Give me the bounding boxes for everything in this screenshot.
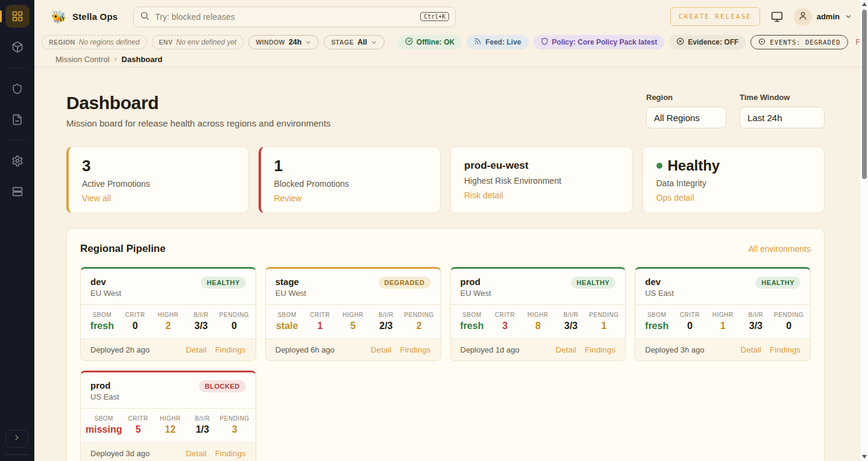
- window-filter-label: WINDOW: [256, 39, 285, 46]
- stat-label: PENDING: [403, 312, 436, 318]
- review-link[interactable]: Review: [274, 193, 302, 203]
- app-title: Stella Ops: [72, 11, 118, 22]
- offline-status-pill[interactable]: Offline: OK: [398, 35, 462, 49]
- view-all-link[interactable]: View all: [82, 193, 111, 203]
- policy-status-pill[interactable]: Policy: Core Policy Pack latest: [533, 35, 665, 49]
- main-area: 🐝 Stella Ops Ctrl+K CREATE RELEASE admin…: [34, 0, 868, 461]
- status-badge: HEALTHY: [755, 277, 800, 289]
- stat-label: CRITR: [122, 415, 154, 422]
- stat-label: HIGHR: [152, 312, 185, 318]
- stat-label: HIGHR: [336, 312, 370, 318]
- avatar: [794, 8, 812, 26]
- sidebar-item-dashboard[interactable]: [5, 5, 30, 28]
- top-bar-actions: CREATE RELEASE admin: [670, 7, 852, 26]
- ops-detail-link[interactable]: Ops detail: [656, 193, 694, 202]
- sidebar-item-security[interactable]: [5, 77, 30, 100]
- stat-value: 1/3: [186, 424, 218, 435]
- window-filter[interactable]: WINDOW 24h: [248, 35, 319, 49]
- global-search[interactable]: Ctrl+K: [133, 7, 456, 27]
- search-input[interactable]: [155, 12, 415, 22]
- detail-link[interactable]: Detail: [186, 449, 207, 458]
- region-select-label: Region: [646, 93, 726, 102]
- detail-link[interactable]: Detail: [371, 345, 392, 354]
- status-badge: BLOCKED: [199, 380, 246, 392]
- time-window-select-value: Last 24h: [747, 113, 782, 123]
- feed-status-pill[interactable]: Feed: Live: [467, 35, 528, 49]
- findings-link[interactable]: Findings: [585, 345, 615, 354]
- stage-filter-value: All: [357, 38, 367, 46]
- pipeline-card: prod EU West HEALTHY SBOM fresh CRIT: [450, 267, 626, 361]
- findings-link[interactable]: Findings: [215, 449, 246, 458]
- stat-label: HIGHR: [521, 312, 555, 318]
- deployed-timestamp: Deployed 3d ago: [90, 449, 149, 458]
- stat-label: B/I/R: [370, 312, 403, 318]
- detail-link[interactable]: Detail: [186, 345, 207, 354]
- scrollbar-thumb[interactable]: [862, 10, 867, 179]
- pipeline-card: dev EU West HEALTHY SBOM fresh CRITR: [80, 267, 256, 361]
- stat-value: 2: [152, 321, 185, 331]
- detail-link[interactable]: Detail: [740, 345, 761, 354]
- pipeline-card-header: stage EU West DEGRADED: [266, 269, 441, 304]
- detail-link[interactable]: Detail: [556, 345, 577, 354]
- page-controls: Region All Regions Time Window Last 24h: [646, 93, 825, 128]
- all-environments-link[interactable]: All environments: [749, 244, 811, 254]
- stat-label: SBOM: [456, 312, 489, 318]
- file-icon: [11, 114, 23, 125]
- stat-sbom: SBOM missing: [86, 415, 122, 435]
- stat-critr: CRITR 5: [122, 415, 154, 435]
- env-filter[interactable]: ENV No env defined yet: [152, 35, 244, 49]
- sidebar-divider: [5, 454, 30, 455]
- sidebar-expand-button[interactable]: [5, 430, 28, 448]
- sidebar-item-documents[interactable]: [5, 108, 30, 131]
- risk-detail-link[interactable]: Risk detail: [464, 190, 503, 200]
- events-status-pill[interactable]: EVENTS: DEGRADED: [750, 35, 848, 49]
- stage-filter[interactable]: STAGE All: [324, 35, 384, 49]
- create-release-button[interactable]: CREATE RELEASE: [670, 7, 760, 26]
- region-select[interactable]: All Regions: [646, 107, 726, 128]
- display-monitor-icon[interactable]: [771, 11, 783, 23]
- environment-region: EU West: [90, 289, 121, 298]
- stat-bir: B/I/R 3/3: [555, 312, 588, 331]
- pipeline-card-title-block: prod US East: [90, 380, 119, 401]
- shield-icon: [541, 37, 549, 47]
- sidebar-divider: [10, 67, 25, 68]
- user-menu[interactable]: admin: [794, 8, 852, 26]
- deployed-timestamp: Deployed 3h ago: [645, 345, 704, 354]
- evidence-status-pill[interactable]: Evidence: OFF: [669, 35, 746, 49]
- vertical-scrollbar[interactable]: [860, 0, 868, 461]
- pipeline-card-stats: SBOM fresh CRITR 0 HIGHR 2: [81, 304, 256, 339]
- sidebar-item-settings[interactable]: [5, 149, 30, 172]
- active-promotions-card: 3 Active Promotions View all: [66, 146, 249, 213]
- sidebar: [0, 0, 34, 461]
- findings-link[interactable]: Findings: [400, 345, 430, 354]
- findings-link[interactable]: Findings: [770, 345, 800, 354]
- pipeline-card-links: Detail Findings: [186, 345, 246, 354]
- sidebar-item-infrastructure[interactable]: [5, 180, 30, 203]
- environment-region: US East: [90, 392, 119, 401]
- regional-pipeline-header: Regional Pipeline All environments: [80, 243, 811, 255]
- stat-label: CRITR: [304, 312, 337, 318]
- stat-label: SBOM: [271, 312, 304, 318]
- highest-risk-card: prod-eu-west Highest Risk Environment Ri…: [450, 146, 633, 213]
- time-window-select[interactable]: Last 24h: [740, 107, 825, 128]
- x-circle-icon: [676, 37, 684, 47]
- scroll-up-arrow-icon[interactable]: [862, 2, 867, 6]
- chevron-down-icon: [305, 39, 312, 46]
- stat-label: CRITR: [488, 312, 521, 318]
- environment-region: EU West: [275, 289, 306, 298]
- scroll-down-arrow-icon[interactable]: [862, 455, 867, 459]
- findings-link[interactable]: Findings: [215, 345, 246, 354]
- stat-value: 0: [772, 321, 805, 331]
- regional-pipeline-title: Regional Pipeline: [80, 243, 166, 255]
- stat-value: fresh: [456, 321, 489, 331]
- breadcrumb-mission-control[interactable]: Mission Control: [55, 55, 110, 64]
- sidebar-item-releases[interactable]: [5, 36, 30, 58]
- stat-value: 1: [588, 321, 621, 331]
- window-filter-value: 24h: [289, 38, 302, 46]
- stat-value: 0: [673, 321, 706, 331]
- grid-icon: [11, 10, 24, 22]
- region-filter[interactable]: REGION No regions defined: [42, 35, 147, 49]
- time-window-control: Time Window Last 24h: [740, 93, 825, 128]
- stat-critr: CRITR 1: [304, 312, 337, 331]
- page-subtitle: Mission board for release health across …: [66, 118, 331, 128]
